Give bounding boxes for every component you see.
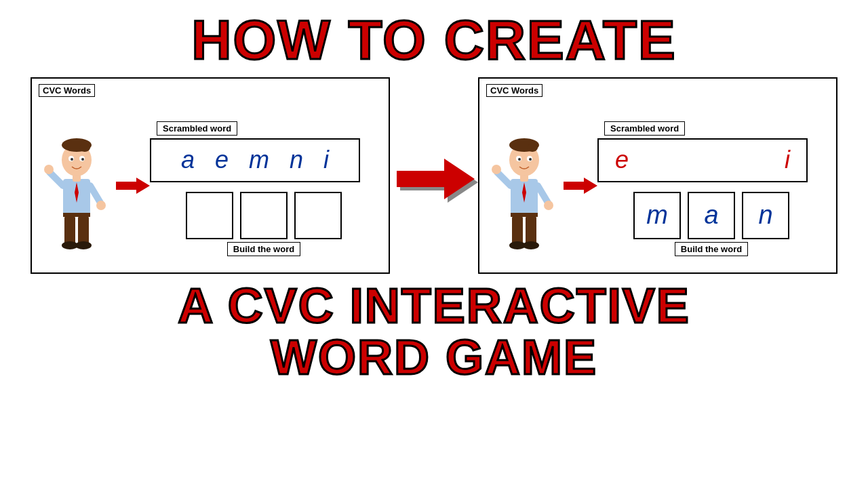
svg-line-10	[50, 172, 63, 186]
left-build-boxes	[186, 192, 342, 239]
right-letter-n: n	[758, 201, 772, 230]
right-box-n: n	[742, 192, 789, 239]
svg-point-9	[81, 158, 84, 161]
letter-i: i	[323, 146, 329, 174]
svg-point-13	[96, 201, 106, 210]
right-panel-content: Scrambled word e i m a	[490, 88, 825, 263]
right-box-a: a	[688, 192, 735, 239]
letter-m: m	[249, 146, 269, 174]
right-build-boxes: m a n	[633, 192, 789, 239]
left-panel-right: Scrambled word a e m n i	[150, 121, 378, 256]
right-scrambled-box: e i	[597, 138, 808, 182]
svg-point-31	[529, 158, 532, 161]
svg-point-18	[75, 241, 92, 249]
right-letter-i: i	[785, 146, 790, 174]
svg-line-32	[497, 172, 511, 186]
big-arrow-container	[390, 152, 478, 206]
letter-n: n	[290, 146, 303, 174]
right-build-area: m a n Build the word	[633, 192, 789, 256]
right-character-area	[490, 118, 597, 253]
left-box-1	[186, 192, 233, 239]
svg-marker-21	[397, 159, 475, 199]
big-arrow	[390, 152, 478, 206]
left-build-area: Build the word	[186, 192, 342, 256]
svg-point-33	[492, 165, 501, 174]
letter-e: e	[215, 146, 229, 174]
svg-point-40	[523, 241, 539, 249]
svg-rect-16	[78, 216, 89, 245]
right-character	[490, 118, 558, 253]
right-letter-e: e	[615, 146, 629, 174]
svg-marker-19	[116, 178, 150, 194]
left-character-area	[43, 118, 150, 253]
left-panel: CVC Words	[31, 77, 390, 274]
left-small-arrow	[116, 176, 150, 195]
bottom-title-line2: WORD GAME	[271, 332, 597, 384]
svg-point-30	[518, 158, 521, 161]
right-scrambled-label: Scrambled word	[604, 121, 685, 136]
right-panel-label: CVC Words	[486, 84, 542, 97]
right-panel: CVC Words	[478, 77, 837, 274]
svg-marker-41	[564, 178, 597, 194]
left-scrambled-box: a e m n i	[150, 138, 360, 182]
right-box-m: m	[633, 192, 681, 239]
left-box-2	[240, 192, 288, 239]
letter-a: a	[181, 146, 195, 174]
right-build-label: Build the word	[675, 242, 748, 256]
left-scrambled-label: Scrambled word	[157, 121, 237, 136]
svg-rect-15	[64, 216, 75, 245]
right-letter-m: m	[646, 201, 668, 230]
left-box-3	[294, 192, 342, 239]
svg-point-8	[71, 158, 73, 161]
svg-point-11	[44, 165, 54, 174]
main-content-row: CVC Words	[0, 77, 868, 274]
left-panel-content: Scrambled word a e m n i	[43, 88, 378, 263]
svg-line-12	[90, 186, 100, 203]
svg-rect-38	[526, 216, 536, 245]
left-build-label: Build the word	[227, 242, 300, 256]
bottom-titles: A CVC INTERACTIVE WORD GAME	[178, 281, 690, 383]
svg-point-5	[79, 144, 90, 152]
svg-line-34	[538, 186, 548, 203]
right-letter-a: a	[704, 201, 718, 230]
right-panel-right: Scrambled word e i m a	[597, 121, 825, 256]
svg-point-35	[544, 201, 553, 210]
left-panel-label: CVC Words	[39, 84, 95, 97]
svg-point-27	[527, 144, 538, 152]
top-title: HOW TO CREATE	[191, 12, 676, 68]
right-small-arrow	[564, 176, 597, 195]
bottom-title-line1: A CVC INTERACTIVE	[178, 281, 690, 332]
svg-rect-37	[512, 216, 523, 245]
left-character	[43, 118, 111, 253]
